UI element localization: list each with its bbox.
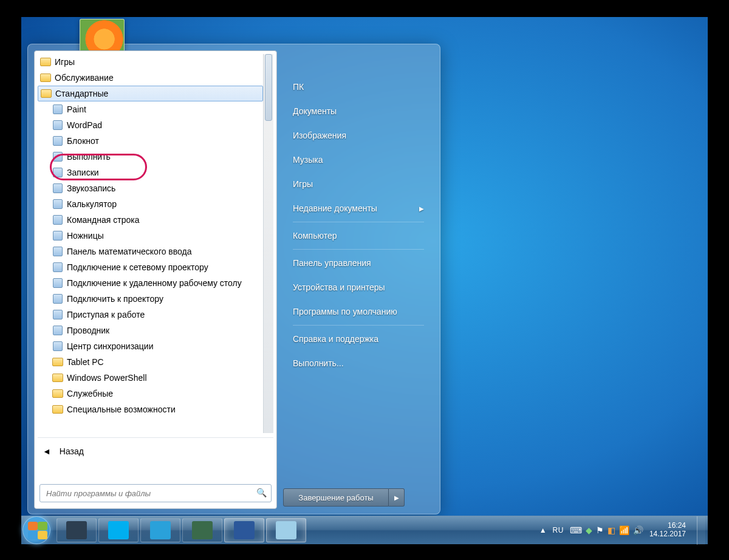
shutdown-options-button[interactable]: ▶ xyxy=(389,488,405,507)
app-icon xyxy=(52,341,63,352)
app-skype-icon xyxy=(108,521,129,539)
app-icon xyxy=(52,104,63,115)
program-item[interactable]: Панель математического ввода xyxy=(38,244,263,259)
rightpane-item[interactable]: Недавние документы▶ xyxy=(289,196,428,220)
start-button[interactable] xyxy=(22,516,50,544)
rightpane-item[interactable]: Изображения xyxy=(289,123,428,148)
rightpane-item[interactable]: Устройства и принтеры xyxy=(289,275,428,299)
rightpane-item[interactable]: Справка и поддержка xyxy=(289,327,428,351)
folder-icon xyxy=(40,72,51,83)
program-item[interactable]: Подключение к сетевому проектору xyxy=(38,259,263,275)
program-item[interactable]: Калькулятор xyxy=(38,196,263,212)
volume-icon[interactable]: 🔊 xyxy=(633,525,643,535)
program-item[interactable]: Подключение к удаленному рабочему столу xyxy=(38,275,263,291)
app-icon xyxy=(52,230,63,241)
rightpane-item-label: Справка и поддержка xyxy=(293,334,378,344)
program-item[interactable]: Звукозапись xyxy=(38,180,263,196)
program-item-label: Игры xyxy=(55,57,75,67)
rightpane-item[interactable]: ПК xyxy=(289,75,428,99)
rightpane-item[interactable]: Компьютер xyxy=(289,224,428,248)
rightpane-item-label: Устройства и принтеры xyxy=(293,282,385,292)
network-icon[interactable]: 📶 xyxy=(619,525,629,535)
program-item[interactable]: Игры xyxy=(38,54,263,70)
program-item-label: Панель математического ввода xyxy=(67,247,192,256)
rightpane-item-label: Музыка xyxy=(293,155,323,165)
program-item-label: Стандартные xyxy=(55,89,108,98)
program-item[interactable]: Tablet PC xyxy=(38,354,263,370)
app-icon xyxy=(52,199,63,210)
program-item[interactable]: Подключить к проектору xyxy=(38,291,263,307)
keyboard-icon[interactable]: ⌨ xyxy=(570,525,582,535)
clock[interactable]: 16:24 14.12.2017 xyxy=(649,522,686,539)
program-item-label: Блокнот xyxy=(67,136,99,146)
taskbar-button[interactable] xyxy=(266,518,306,542)
app-telegram-icon xyxy=(150,521,171,539)
shutdown-button[interactable]: Завершение работы xyxy=(283,488,389,507)
program-item[interactable]: Стандартные xyxy=(38,86,263,101)
system-tray: ▲ RU ⌨ ◆ ⚑ ◧ 📶 🔊 16:24 14.12.2017 xyxy=(539,516,708,545)
program-item-label: Windows PowerShell xyxy=(67,373,147,383)
tray-app-icon-2[interactable]: ◧ xyxy=(608,525,615,535)
clock-time: 16:24 xyxy=(649,522,686,530)
rightpane-item-label: ПК xyxy=(293,82,304,92)
program-item-label: Ножницы xyxy=(67,231,104,241)
folder-icon xyxy=(52,372,63,383)
app-icon xyxy=(52,293,63,304)
folder-icon xyxy=(52,357,63,367)
program-item[interactable]: Paint xyxy=(38,101,263,117)
program-item[interactable]: Служебные xyxy=(38,386,263,401)
clock-date: 14.12.2017 xyxy=(649,530,686,539)
program-item-label: Обслуживание xyxy=(55,73,114,83)
scrollbar[interactable] xyxy=(263,54,273,433)
program-item[interactable]: Центр синхронизации xyxy=(38,338,263,354)
program-item[interactable]: Блокнот xyxy=(38,133,263,149)
program-item[interactable]: Командная строка xyxy=(38,212,263,228)
chevron-right-icon: ▶ xyxy=(419,205,424,212)
rightpane-item[interactable]: Выполнить... xyxy=(289,351,428,375)
rightpane-item-label: Документы xyxy=(293,106,337,116)
scrollbar-thumb[interactable] xyxy=(265,54,272,121)
program-item-label: Специальные возможности xyxy=(67,405,176,414)
taskbar: ▲ RU ⌨ ◆ ⚑ ◧ 📶 🔊 16:24 14.12.2017 xyxy=(21,516,708,544)
rightpane-item[interactable]: Документы xyxy=(289,99,428,123)
taskbar-button[interactable] xyxy=(224,518,264,542)
folder-icon xyxy=(40,56,51,67)
program-item-label: Проводник xyxy=(67,326,109,335)
program-item[interactable]: Записки xyxy=(38,165,263,180)
program-item[interactable]: Специальные возможности xyxy=(38,401,263,417)
program-item[interactable]: Обслуживание xyxy=(38,70,263,86)
program-item[interactable]: Приступая к работе xyxy=(38,307,263,323)
tray-app-icon[interactable]: ◆ xyxy=(586,525,592,535)
separator xyxy=(293,249,424,250)
language-indicator[interactable]: RU xyxy=(553,526,564,534)
show-desktop-button[interactable] xyxy=(697,516,705,545)
rightpane-item[interactable]: Панель управления xyxy=(289,251,428,275)
taskbar-button[interactable] xyxy=(56,518,97,542)
desktop: ИгрыОбслуживаниеСтандартныеPaintWordPadБ… xyxy=(21,17,708,516)
rightpane-item[interactable]: Музыка xyxy=(289,148,428,172)
rightpane-item[interactable]: Программы по умолчанию xyxy=(289,299,428,324)
rightpane-item[interactable]: Игры xyxy=(289,172,428,196)
program-item[interactable]: Выполнить xyxy=(38,149,263,165)
taskbar-buttons xyxy=(56,518,306,542)
back-button[interactable]: ◄ Назад xyxy=(38,437,273,464)
taskbar-button[interactable] xyxy=(98,518,139,542)
program-item[interactable]: Windows PowerShell xyxy=(38,370,263,386)
folder-icon xyxy=(52,388,63,399)
taskbar-button[interactable] xyxy=(140,518,180,542)
program-item-label: Выполнить xyxy=(67,152,111,162)
taskbar-button[interactable] xyxy=(182,518,222,542)
program-item-label: Подключить к проектору xyxy=(67,294,163,304)
shutdown-group: Завершение работы ▶ xyxy=(283,488,405,507)
flag-icon[interactable]: ⚑ xyxy=(596,525,604,535)
program-item[interactable]: Ножницы xyxy=(38,228,263,244)
rightpane-item-label: Недавние документы xyxy=(293,203,377,213)
search-input[interactable] xyxy=(39,484,272,502)
back-label: Назад xyxy=(60,446,84,456)
program-item[interactable]: WordPad xyxy=(38,117,263,133)
program-item[interactable]: Проводник xyxy=(38,323,263,338)
search-icon: 🔍 xyxy=(256,488,267,497)
start-left-pane: ИгрыОбслуживаниеСтандартныеPaintWordPadБ… xyxy=(34,50,277,509)
program-item-label: Paint xyxy=(67,104,86,114)
tray-overflow-icon[interactable]: ▲ xyxy=(539,526,547,534)
